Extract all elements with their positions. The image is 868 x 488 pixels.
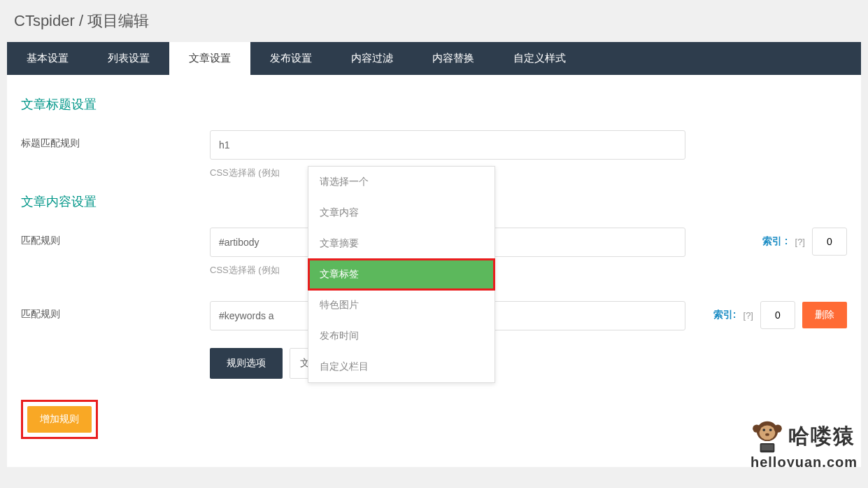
tab-filter[interactable]: 内容过滤 [332,42,413,75]
match-rule-label-1: 匹配规则 [21,228,210,247]
tab-replace[interactable]: 内容替换 [413,42,494,75]
svg-rect-7 [760,443,775,452]
dropdown-opt-image[interactable]: 特色图片 [308,290,495,321]
dropdown-opt-excerpt[interactable]: 文章摘要 [308,228,495,259]
tab-nav: 基本设置 列表设置 文章设置 发布设置 内容过滤 内容替换 自定义样式 [7,42,861,75]
index-label-2: 索引: [713,309,737,321]
title-rule-input[interactable] [210,130,685,160]
dropdown-opt-tag[interactable]: 文章标签 [308,259,495,290]
index-help-2[interactable]: [?] [744,310,753,321]
delete-button[interactable]: 删除 [802,302,847,328]
dropdown-opt-custom[interactable]: 自定义栏目 [308,351,495,382]
index-label-1: 索引 : [762,235,788,248]
dropdown-opt-time[interactable]: 发布时间 [308,321,495,351]
tab-article[interactable]: 文章设置 [169,42,250,75]
index-input-2[interactable] [760,301,795,329]
tab-style[interactable]: 自定义样式 [494,42,585,75]
title-section-heading: 文章标题设置 [21,96,847,113]
page-title: CTspider / 项目编辑 [0,0,868,42]
tab-publish[interactable]: 发布设置 [250,42,332,75]
type-dropdown: 请选择一个 文章内容 文章摘要 文章标签 特色图片 发布时间 自定义栏目 [308,166,495,383]
title-rule-label: 标题匹配规则 [21,130,210,150]
title-rule-help: CSS选择器 (例如 [210,167,847,179]
dropdown-opt-content[interactable]: 文章内容 [308,197,495,228]
svg-rect-8 [761,445,773,451]
index-input-1[interactable] [812,228,847,256]
tab-basic[interactable]: 基本设置 [7,42,88,75]
rule-options-button[interactable]: 规则选项 [210,348,283,379]
match-rule-label-2: 匹配规则 [21,301,210,321]
dropdown-placeholder[interactable]: 请选择一个 [308,167,495,197]
watermark-url: helloyuan.com [750,454,858,467]
index-help-1[interactable]: [?] [795,237,805,247]
add-rule-button[interactable]: 增加规则 [27,406,92,433]
add-rule-highlight: 增加规则 [21,400,98,439]
tab-list[interactable]: 列表设置 [88,42,169,75]
